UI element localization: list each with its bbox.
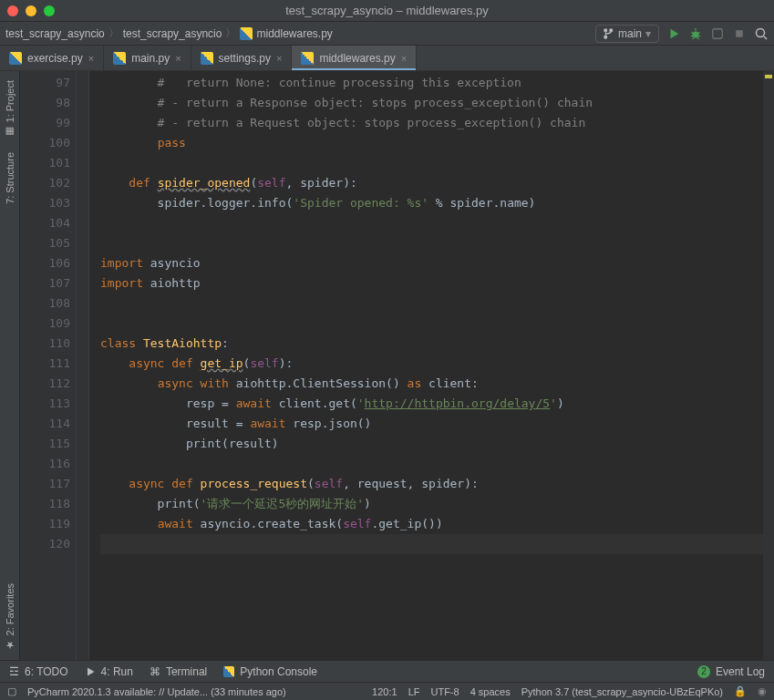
line-number[interactable]: 107 xyxy=(20,273,70,293)
code-line[interactable]: pass xyxy=(100,133,763,153)
search-everywhere-button[interactable] xyxy=(754,26,769,41)
window-close-button[interactable] xyxy=(7,5,18,16)
python-icon xyxy=(223,666,234,677)
fold-column[interactable] xyxy=(77,71,89,660)
code-line[interactable]: # return None: continue processing this … xyxy=(100,73,763,93)
inspector-icon[interactable]: ◉ xyxy=(758,685,767,697)
interpreter[interactable]: Python 3.7 (test_scrapy_asyncio-UBzEqPKo… xyxy=(521,686,723,697)
code-line[interactable]: result = await resp.json() xyxy=(100,414,763,434)
line-number[interactable]: 120 xyxy=(20,534,70,554)
project-tool-button[interactable]: ▦ 1: Project xyxy=(5,80,15,138)
error-stripe[interactable] xyxy=(763,71,774,660)
close-icon[interactable]: × xyxy=(88,53,94,64)
code-line[interactable] xyxy=(100,293,763,314)
line-number[interactable]: 103 xyxy=(20,193,70,213)
line-number-gutter[interactable]: 9798991001011021031041051061071081091101… xyxy=(20,71,77,660)
hide-tool-windows-icon[interactable]: ▢ xyxy=(7,685,16,697)
code-line[interactable]: spider.logger.info('Spider opened: %s' %… xyxy=(100,193,763,213)
line-number[interactable]: 110 xyxy=(20,334,70,354)
git-branch-selector[interactable]: main ▾ xyxy=(595,25,659,43)
close-icon[interactable]: × xyxy=(276,53,282,64)
code-line[interactable]: print('请求一个延迟5秒的网址开始') xyxy=(100,494,763,514)
lock-icon[interactable]: 🔒 xyxy=(734,685,747,697)
close-icon[interactable]: × xyxy=(401,53,407,64)
code-area[interactable]: # return None: continue processing this … xyxy=(89,71,763,660)
line-number[interactable]: 114 xyxy=(20,414,70,434)
line-number[interactable]: 108 xyxy=(20,293,70,314)
code-line[interactable]: resp = await client.get('http://httpbin.… xyxy=(100,394,763,414)
code-line[interactable] xyxy=(100,233,763,253)
code-line[interactable]: import asyncio xyxy=(100,253,763,273)
structure-tool-button[interactable]: 7: Structure xyxy=(5,152,15,204)
tab-label: settings.py xyxy=(219,52,271,65)
breadcrumb-item[interactable]: test_scrapy_asyncio xyxy=(123,27,222,40)
code-line[interactable]: async with aiohttp.ClientSession() as cl… xyxy=(100,374,763,394)
tab-exercise[interactable]: exercise.py × xyxy=(0,46,104,70)
window-minimize-button[interactable] xyxy=(26,5,36,16)
code-line[interactable] xyxy=(100,454,763,474)
code-line[interactable] xyxy=(100,213,763,233)
line-number[interactable]: 118 xyxy=(20,494,70,514)
line-number[interactable]: 115 xyxy=(20,434,70,454)
todo-tool-button[interactable]: ☲ 6: TODO xyxy=(9,665,68,678)
code-line[interactable]: async def get_ip(self): xyxy=(100,354,763,374)
window-maximize-button[interactable] xyxy=(44,5,55,16)
python-console-tool-button[interactable]: Python Console xyxy=(223,665,317,678)
bottom-tool-strip: ☲ 6: TODO 4: Run ⌘ Terminal Python Conso… xyxy=(0,660,774,682)
line-number[interactable]: 104 xyxy=(20,213,70,233)
event-log-button[interactable]: 2 Event Log xyxy=(697,665,765,678)
caret-position[interactable]: 120:1 xyxy=(372,686,397,697)
line-number[interactable]: 98 xyxy=(20,93,70,113)
code-line[interactable]: class TestAiohttp: xyxy=(100,334,763,354)
code-line[interactable]: import aiohttp xyxy=(100,273,763,293)
line-number[interactable]: 97 xyxy=(20,73,70,93)
run-tool-button[interactable]: 4: Run xyxy=(85,665,133,678)
code-line[interactable]: # - return a Response object: stops proc… xyxy=(100,93,763,113)
line-number[interactable]: 99 xyxy=(20,113,70,133)
python-file-icon xyxy=(201,52,213,65)
code-line[interactable]: await asyncio.create_task(self.get_ip()) xyxy=(100,514,763,534)
breadcrumb-item[interactable]: middlewares.py xyxy=(256,27,332,40)
indent-setting[interactable]: 4 spaces xyxy=(470,686,511,697)
line-number[interactable]: 116 xyxy=(20,454,70,474)
line-number[interactable]: 109 xyxy=(20,314,70,334)
breadcrumb-item[interactable]: test_scrapy_asyncio xyxy=(5,27,105,40)
stop-button[interactable] xyxy=(732,26,747,41)
line-number[interactable]: 112 xyxy=(20,374,70,394)
line-number[interactable]: 105 xyxy=(20,233,70,253)
line-number[interactable]: 100 xyxy=(20,133,70,153)
warning-marker[interactable] xyxy=(765,75,772,78)
line-number[interactable]: 119 xyxy=(20,514,70,534)
status-bar: ▢ PyCharm 2020.1.3 available: // Update.… xyxy=(0,682,774,700)
python-file-icon xyxy=(240,27,253,40)
favorites-tool-button[interactable]: ★ 2: Favorites xyxy=(5,583,15,651)
code-line[interactable]: # - return a Request object: stops proce… xyxy=(100,113,763,133)
line-number[interactable]: 111 xyxy=(20,354,70,374)
dropdown-icon: ▾ xyxy=(645,27,651,40)
breadcrumb[interactable]: test_scrapy_asyncio 〉 test_scrapy_asynci… xyxy=(5,26,333,41)
line-number[interactable]: 101 xyxy=(20,153,70,173)
line-number[interactable]: 113 xyxy=(20,394,70,414)
terminal-icon: ⌘ xyxy=(150,665,160,678)
close-icon[interactable]: × xyxy=(175,53,181,64)
line-separator[interactable]: LF xyxy=(408,686,420,697)
code-line[interactable]: def spider_opened(self, spider): xyxy=(100,173,763,193)
tab-main[interactable]: main.py × xyxy=(104,46,191,70)
line-number[interactable]: 106 xyxy=(20,253,70,273)
terminal-tool-button[interactable]: ⌘ Terminal xyxy=(150,665,207,678)
line-number[interactable]: 102 xyxy=(20,173,70,193)
code-line[interactable] xyxy=(100,153,763,173)
tab-settings[interactable]: settings.py × xyxy=(191,46,293,70)
debug-button[interactable] xyxy=(688,26,703,41)
coverage-button[interactable] xyxy=(710,26,725,41)
update-notification[interactable]: PyCharm 2020.1.3 available: // Update...… xyxy=(27,686,286,697)
code-line[interactable]: print(result) xyxy=(100,434,763,454)
code-line[interactable]: async def process_request(self, request,… xyxy=(100,474,763,494)
line-number[interactable]: 117 xyxy=(20,474,70,494)
run-button[interactable] xyxy=(666,26,681,41)
file-encoding[interactable]: UTF-8 xyxy=(430,686,459,697)
editor[interactable]: 9798991001011021031041051061071081091101… xyxy=(20,71,774,660)
code-line[interactable] xyxy=(100,314,763,334)
tab-middlewares[interactable]: middlewares.py × xyxy=(292,46,417,70)
code-line[interactable] xyxy=(100,534,763,554)
